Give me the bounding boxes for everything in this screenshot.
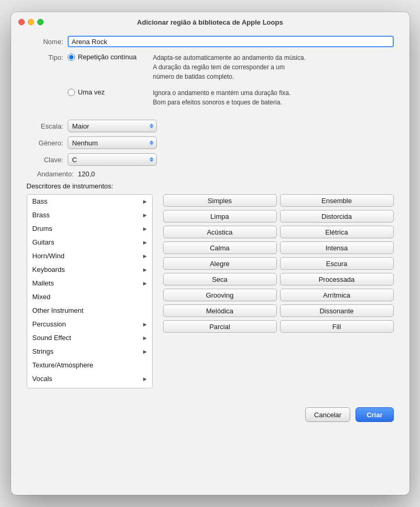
escala-label: Escala: bbox=[27, 122, 63, 130]
instrument-name: Keyboards bbox=[33, 266, 65, 273]
arrow-icon: ▶ bbox=[143, 254, 147, 259]
arrow-icon: ▶ bbox=[143, 213, 147, 218]
instrument-name: Guitars bbox=[33, 238, 55, 246]
escala-row: Escala: Maior Menor Nenhuma bbox=[27, 120, 394, 132]
descritores-section: Bass▶Brass▶Drums▶Guitars▶Horn/Wind▶Keybo… bbox=[27, 194, 394, 388]
repeticao-radio-text: Repetição contínua bbox=[78, 53, 137, 61]
arrow-icon: ▶ bbox=[143, 322, 147, 327]
arrow-icon: ▶ bbox=[143, 281, 147, 286]
instrument-name: Mallets bbox=[33, 279, 54, 287]
instrument-item[interactable]: Strings▶ bbox=[27, 345, 152, 358]
clave-label: Clave: bbox=[27, 156, 63, 164]
desc-btn-parcial[interactable]: Parcial bbox=[163, 320, 277, 333]
tipo-repeticao-option: Repetição contínua Adapta-se automaticam… bbox=[68, 52, 394, 81]
instrument-name: Percussion bbox=[33, 320, 66, 328]
instrument-name: Mixed bbox=[33, 293, 51, 301]
desc-btn-seca[interactable]: Seca bbox=[163, 273, 277, 286]
traffic-lights bbox=[18, 19, 44, 25]
repeticao-radio-label[interactable]: Repetição contínua bbox=[68, 52, 149, 61]
instrument-item[interactable]: Brass▶ bbox=[27, 208, 152, 222]
genero-label: Género: bbox=[27, 139, 63, 147]
escala-select[interactable]: Maior Menor Nenhuma bbox=[68, 120, 157, 132]
repeticao-radio[interactable] bbox=[68, 54, 75, 61]
maximize-button[interactable] bbox=[37, 19, 44, 25]
instrument-name: Vocals bbox=[33, 375, 52, 383]
desc-btn-fill[interactable]: Fill bbox=[280, 320, 394, 333]
nome-input[interactable] bbox=[68, 36, 394, 47]
window-title: Adicionar região à biblioteca de Apple L… bbox=[137, 18, 283, 26]
desc-btn-dissonante[interactable]: Dissonante bbox=[280, 304, 394, 317]
close-button[interactable] bbox=[18, 19, 25, 25]
arrow-icon: ▶ bbox=[143, 349, 147, 354]
instrument-item[interactable]: Guitars▶ bbox=[27, 236, 152, 249]
instrument-item[interactable]: Mallets▶ bbox=[27, 277, 152, 290]
clave-select[interactable]: C C# D D# E F F# G G# A A# B bbox=[68, 153, 157, 166]
main-window: Adicionar região à biblioteca de Apple L… bbox=[11, 12, 410, 495]
genero-row: Género: Nenhum bbox=[27, 136, 394, 149]
clave-select-container: C C# D D# E F F# G G# A A# B bbox=[68, 153, 157, 166]
tipo-section: Tipo: Repetição contínua Adapta-se autom… bbox=[27, 52, 394, 113]
andamento-value: 120,0 bbox=[78, 170, 95, 178]
instrument-item[interactable]: Texture/Atmosphere bbox=[27, 358, 152, 372]
arrow-icon: ▶ bbox=[143, 199, 147, 204]
criar-button[interactable]: Criar bbox=[356, 407, 393, 422]
cancelar-button[interactable]: Cancelar bbox=[305, 407, 350, 422]
descritores-label: Descritores de instrumentos: bbox=[27, 182, 394, 190]
instrument-item[interactable]: Woodwind▶ bbox=[27, 386, 152, 388]
arrow-icon: ▶ bbox=[143, 335, 147, 341]
desc-btn-ensemble[interactable]: Ensemble bbox=[280, 194, 394, 207]
desc-btn-distorcida[interactable]: Distorcida bbox=[280, 210, 394, 223]
instrument-item[interactable]: Other Instrument bbox=[27, 304, 152, 318]
andamento-row: Andamento: 120,0 bbox=[27, 170, 394, 178]
instrument-name: Texture/Atmosphere bbox=[33, 361, 93, 369]
desc-btn-eletrica[interactable]: Elétrica bbox=[280, 226, 394, 238]
desc-btn-calma[interactable]: Calma bbox=[163, 241, 277, 254]
nome-row: Nome: bbox=[27, 36, 394, 47]
instrument-name: Drums bbox=[33, 225, 52, 233]
desc-btn-simples[interactable]: Simples bbox=[163, 194, 277, 207]
andamento-label: Andamento: bbox=[27, 170, 74, 178]
content-area: Nome: Tipo: Repetição contínua Adapta-se… bbox=[11, 30, 410, 399]
instrument-item[interactable]: Drums▶ bbox=[27, 222, 152, 236]
arrow-icon: ▶ bbox=[143, 240, 147, 245]
tipo-label: Tipo: bbox=[27, 52, 68, 113]
nome-label: Nome: bbox=[27, 38, 63, 46]
repeticao-desc: Adapta-se automaticamente ao andamento d… bbox=[153, 53, 306, 81]
umavez-radio-text: Uma vez bbox=[78, 88, 105, 96]
instrument-name: Horn/Wind bbox=[33, 252, 64, 260]
titlebar: Adicionar região à biblioteca de Apple L… bbox=[11, 12, 410, 30]
instrument-item[interactable]: Mixed bbox=[27, 290, 152, 304]
instrument-item[interactable]: Sound Effect▶ bbox=[27, 331, 152, 345]
umavez-radio-label[interactable]: Uma vez bbox=[68, 88, 149, 96]
desc-btn-limpa[interactable]: Limpa bbox=[163, 210, 277, 223]
genero-select[interactable]: Nenhum bbox=[68, 136, 157, 149]
genero-select-container: Nenhum bbox=[68, 136, 157, 149]
desc-btn-melodica[interactable]: Melódica bbox=[163, 304, 277, 317]
tipo-options: Repetição contínua Adapta-se automaticam… bbox=[68, 52, 394, 113]
instrument-item[interactable]: Keyboards▶ bbox=[27, 263, 152, 277]
umavez-desc: Ignora o andamento e mantém uma duração … bbox=[153, 88, 291, 107]
umavez-radio[interactable] bbox=[68, 89, 75, 96]
desc-btn-escura[interactable]: Escura bbox=[280, 257, 394, 270]
desc-btn-processada[interactable]: Processada bbox=[280, 273, 394, 286]
arrow-icon: ▶ bbox=[143, 267, 147, 272]
desc-btn-alegre[interactable]: Alegre bbox=[163, 257, 277, 270]
desc-btn-arritmica[interactable]: Arrítmica bbox=[280, 289, 394, 301]
arrow-icon: ▶ bbox=[143, 376, 147, 382]
instrument-item[interactable]: Bass▶ bbox=[27, 195, 152, 208]
desc-btn-acustica[interactable]: Acústica bbox=[163, 226, 277, 238]
desc-btn-intensa[interactable]: Intensa bbox=[280, 241, 394, 254]
instrument-name: Strings bbox=[33, 347, 53, 355]
instrument-name: Other Instrument bbox=[33, 307, 84, 314]
instrument-item[interactable]: Horn/Wind▶ bbox=[27, 249, 152, 263]
minimize-button[interactable] bbox=[28, 19, 34, 25]
tipo-umavez-option: Uma vez Ignora o andamento e mantém uma … bbox=[68, 88, 394, 107]
instrument-item[interactable]: Percussion▶ bbox=[27, 318, 152, 331]
desc-btn-grooving[interactable]: Grooving bbox=[163, 289, 277, 301]
arrow-icon: ▶ bbox=[143, 226, 147, 231]
instrument-item[interactable]: Vocals▶ bbox=[27, 372, 152, 386]
clave-row: Clave: C C# D D# E F F# G G# A A# B bbox=[27, 153, 394, 166]
instrument-name: Bass bbox=[33, 197, 48, 205]
instrument-list[interactable]: Bass▶Brass▶Drums▶Guitars▶Horn/Wind▶Keybo… bbox=[27, 194, 153, 388]
bottom-buttons: Cancelar Criar bbox=[11, 399, 410, 427]
